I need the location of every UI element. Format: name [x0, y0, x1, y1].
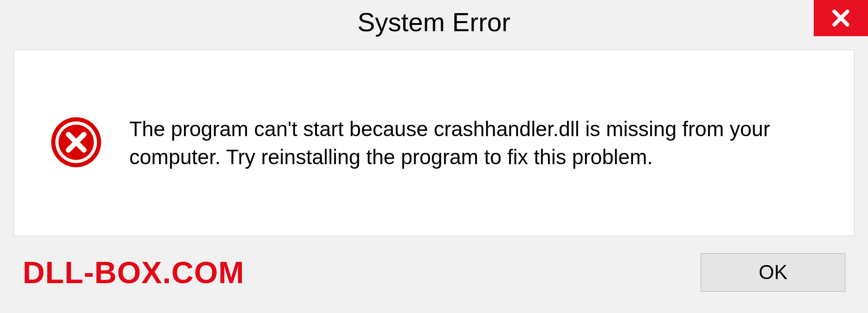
- close-button[interactable]: [814, 0, 868, 36]
- error-icon: [50, 116, 102, 170]
- titlebar: System Error: [0, 0, 868, 45]
- watermark-text: DLL-BOX.COM: [23, 255, 245, 290]
- ok-button[interactable]: OK: [701, 253, 845, 292]
- close-icon: [830, 7, 852, 29]
- dialog-title: System Error: [358, 7, 510, 37]
- error-message: The program can't start because crashhan…: [129, 115, 807, 171]
- footer: DLL-BOX.COM OK: [0, 236, 868, 313]
- error-dialog: System Error The program can't start bec…: [0, 0, 868, 313]
- content-area: The program can't start because crashhan…: [14, 50, 854, 236]
